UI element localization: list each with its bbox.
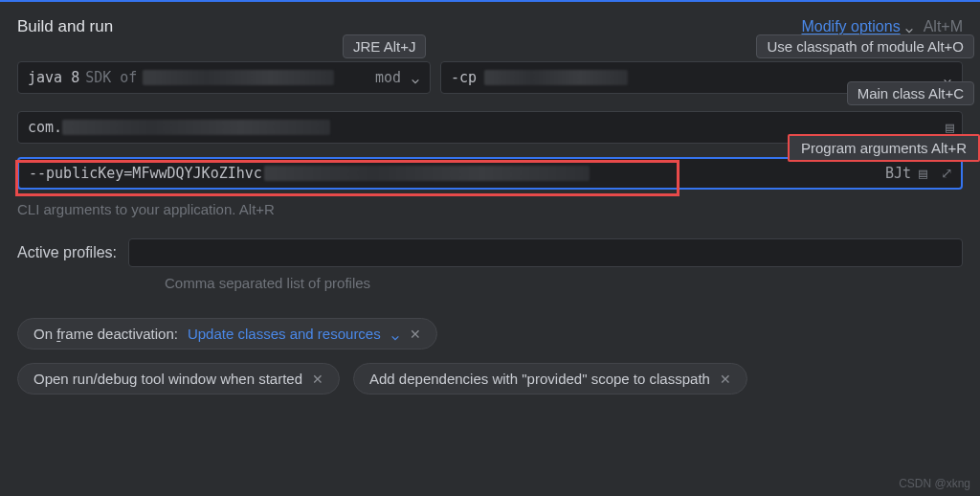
jre-select[interactable]: java 8 SDK of mod: [17, 61, 431, 94]
redacted-text: [264, 166, 590, 181]
programargs-value: --publicKey=MFwwDQYJKoZIhvc: [29, 165, 262, 182]
profiles-input[interactable]: [128, 238, 963, 267]
chip-add-deps[interactable]: Add dependencies with "provided" scope t…: [353, 363, 747, 395]
profiles-hint: Comma separated list of profiles: [165, 275, 963, 291]
cp-value: -cp: [451, 69, 477, 86]
list-icon[interactable]: ▤: [919, 165, 927, 182]
section-title: Build and run: [17, 17, 113, 36]
chip-open-tool-label: Open run/debug tool window when started: [33, 371, 302, 387]
chip-frame-deactivation[interactable]: On frame deactivation: Update classes an…: [17, 318, 437, 349]
redacted-text: [484, 70, 628, 85]
programargs-trailing: BJt: [885, 165, 911, 182]
helper-text: CLI arguments to your application. Alt+R: [17, 201, 963, 217]
mainclass-value: com.: [28, 119, 62, 136]
close-icon[interactable]: ✕: [720, 372, 731, 387]
close-icon[interactable]: ✕: [312, 372, 323, 387]
profiles-label: Active profiles:: [17, 244, 117, 261]
tooltip-classpath: Use classpath of module Alt+O: [756, 34, 974, 58]
redacted-text: [62, 120, 330, 135]
programargs-input[interactable]: --publicKey=MFwwDQYJKoZIhvc BJt ▤ ⤢: [17, 157, 963, 190]
watermark: CSDN @xkng: [899, 477, 970, 490]
jre-right-label: mod: [375, 69, 401, 86]
chevron-down-icon: [390, 329, 400, 339]
chip-frame-value[interactable]: Update classes and resources: [188, 326, 381, 342]
jre-value: java 8: [28, 69, 79, 86]
modify-options-label: Modify options: [801, 18, 900, 35]
jre-suffix: SDK of: [85, 69, 137, 86]
close-icon[interactable]: ✕: [410, 327, 421, 342]
chip-open-tool[interactable]: Open run/debug tool window when started …: [17, 363, 340, 395]
expand-icon[interactable]: ⤢: [941, 165, 953, 182]
chip-add-deps-label: Add dependencies with "provided" scope t…: [369, 371, 710, 387]
chevron-down-icon: [411, 73, 420, 82]
chip-frame-label: On frame deactivation:: [33, 326, 178, 342]
modify-options-link[interactable]: Modify options Alt+M: [801, 18, 963, 35]
chevron-down-icon: [904, 22, 914, 32]
modify-shortcut: Alt+M: [924, 18, 963, 35]
redacted-text: [143, 70, 334, 85]
tooltip-programargs: Program arguments Alt+R: [788, 134, 980, 162]
tooltip-jre: JRE Alt+J: [343, 34, 426, 58]
tooltip-mainclass: Main class Alt+C: [847, 81, 974, 105]
